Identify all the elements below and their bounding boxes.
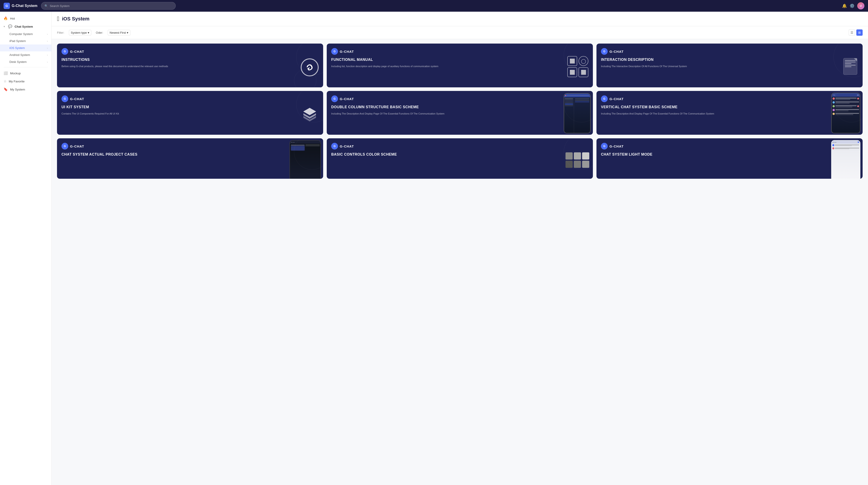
brand-logo: G <box>601 143 608 150</box>
sidebar-sub-label: Desk System <box>9 60 27 64</box>
stack-icon <box>302 106 318 122</box>
doc-line <box>845 65 856 65</box>
chevron-down-icon: ▾ <box>4 25 5 28</box>
card-light-mode[interactable]: G G-CHAT CHAT SYSTEM LIGHT MODE Messages <box>596 138 863 179</box>
card-desc: Including The Description And Display Pa… <box>601 112 742 116</box>
document-icon <box>843 58 857 74</box>
search-input[interactable] <box>50 4 172 8</box>
notification-icon[interactable]: 🔔 <box>842 3 847 8</box>
top-navigation: G G-Chat System 🔍 🔔 ⚙️ U <box>0 0 868 12</box>
chat-system-label: Chat System <box>14 25 33 28</box>
brand-name: G-CHAT <box>340 50 354 54</box>
grid-icons: ⬜ ◯ ⬜ ⬜ <box>567 56 588 77</box>
brand-logo: G <box>61 48 68 55</box>
order-filter[interactable]: Newest First ▾ <box>108 30 130 35</box>
chat-icon: 💬 <box>8 25 12 29</box>
sidebar-sub-label: iPad System <box>9 39 26 43</box>
sidebar-item-desk-system[interactable]: Desk System › <box>0 58 52 65</box>
list-view-button[interactable]: ☰ <box>849 29 855 36</box>
app-logo[interactable]: G G-Chat System <box>4 3 37 9</box>
card-title: CHAT SYSTEM LIGHT MODE <box>601 152 858 157</box>
sidebar-sub-label: iOS System <box>9 46 25 50</box>
card-ui-kit[interactable]: G G-CHAT UI KIT SYSTEM Contains The Ui C… <box>57 91 323 135</box>
brand-name: G-CHAT <box>340 144 354 148</box>
app-name: G-Chat System <box>12 4 37 8</box>
card-desc: Including The Description And Display Pa… <box>331 112 473 116</box>
sidebar-hot-label: Hot <box>10 17 15 20</box>
chevron-down-icon: ▾ <box>88 31 89 34</box>
card-color-scheme[interactable]: G G-CHAT BASIC CONTROLS COLOR SCHEME <box>327 138 593 179</box>
card-title: CHAT SYSTEM ACTUAL PROJECT CASES <box>61 152 319 157</box>
sidebar-item-my-favorite[interactable]: ☆ My Favorite <box>0 77 52 85</box>
mockup-label: Mockup <box>10 72 21 75</box>
favorite-label: My Favorite <box>9 80 25 83</box>
card-functional-manual[interactable]: G G-CHAT FUNCTIONAL MANUAL Including lis… <box>327 43 593 87</box>
doc-line <box>845 63 851 64</box>
apple-icon:  <box>57 15 59 23</box>
card-title: UI KIT SYSTEM <box>61 105 319 110</box>
card-title: FUNCTIONAL MANUAL <box>331 58 588 62</box>
card-desc: Before using G-chat products, please rea… <box>61 64 203 68</box>
grid-icon-2: ◯ <box>579 56 588 66</box>
main-content:  iOS System Filter: System type ▾ Oder:… <box>52 12 868 485</box>
page-title: iOS System <box>62 16 89 22</box>
sidebar-item-android-system[interactable]: Andriod System › <box>0 52 52 58</box>
card-instructions[interactable]: G G-CHAT INSTRUCTIONS Before using G-cha… <box>57 43 323 87</box>
card-title: DOUBLE COLUMN STRUCTURE BASIC SCHEME <box>331 105 588 110</box>
topnav-icons: 🔔 ⚙️ U <box>842 2 864 9</box>
brand-name: G-CHAT <box>340 97 354 101</box>
brand-name: G-CHAT <box>70 97 84 101</box>
doc-line <box>845 66 851 67</box>
card-title: VERTICAL CHAT SYSTEM BASIC SCHEME <box>601 105 858 110</box>
sidebar-item-computer-system[interactable]: Computer System › <box>0 31 52 37</box>
brand-logo: G <box>331 143 338 150</box>
filter-label: Filter: <box>57 31 64 34</box>
grid-icon-4: ⬜ <box>579 67 588 77</box>
brand-name: G-CHAT <box>610 50 624 54</box>
grid-view-button[interactable]: ⊞ <box>856 29 863 36</box>
search-bar[interactable]: 🔍 <box>41 2 176 10</box>
main-layout: 🔥 Hot ▾ 💬 Chat System Computer System › … <box>0 12 868 485</box>
card-vertical-chat[interactable]: G G-CHAT VERTICAL CHAT SYSTEM BASIC SCHE… <box>596 91 863 135</box>
fire-icon: 🔥 <box>4 17 8 21</box>
star-icon: ☆ <box>4 79 6 83</box>
card-title: BASIC CONTROLS COLOR SCHEME <box>331 152 588 157</box>
sidebar-item-ipad-system[interactable]: iPad System › <box>0 37 52 44</box>
brand-logo: G <box>331 48 338 55</box>
order-label: Oder: <box>96 31 103 34</box>
brand-name: G-CHAT <box>70 50 84 54</box>
sidebar-chat-system[interactable]: ▾ 💬 Chat System <box>0 23 52 31</box>
brand-logo: G <box>61 143 68 150</box>
card-desc: Including list, function description and… <box>331 64 473 68</box>
page-header:  iOS System <box>52 12 868 26</box>
grid-icon-1: ⬜ <box>567 56 577 66</box>
view-controls: ☰ ⊞ <box>849 29 863 36</box>
card-desc: Including The Interactive Description Of… <box>601 64 742 68</box>
sidebar-item-my-system[interactable]: 🔖 My System <box>0 85 52 93</box>
chevron-right-icon: › <box>47 33 48 35</box>
sidebar-item-hot[interactable]: 🔥 Hot <box>0 14 52 23</box>
sidebar-item-mockup[interactable]: ⬜ Mockup <box>0 69 52 77</box>
card-actual-cases[interactable]: G G-CHAT CHAT SYSTEM ACTUAL PROJECT CASE… <box>57 138 323 179</box>
search-icon: 🔍 <box>44 4 48 8</box>
brand-name: G-CHAT <box>610 144 624 148</box>
card-double-column[interactable]: G G-CHAT DOUBLE COLUMN STRUCTURE BASIC S… <box>327 91 593 135</box>
svg-marker-0 <box>303 108 316 115</box>
logo-icon: G <box>4 3 10 9</box>
system-type-filter[interactable]: System type ▾ <box>69 30 92 35</box>
doc-line <box>845 60 856 61</box>
doc-line <box>845 62 856 62</box>
sidebar-sub-label: Andriod System <box>9 53 30 57</box>
sidebar-item-ios-system[interactable]: iOS System › <box>0 44 52 52</box>
card-desc: Contains The Ui Components Required For … <box>61 112 203 116</box>
card-title: INTERACTION DESCRIPTION <box>601 58 858 62</box>
chevron-right-icon: › <box>47 47 48 50</box>
settings-icon[interactable]: ⚙️ <box>849 3 855 8</box>
sidebar: 🔥 Hot ▾ 💬 Chat System Computer System › … <box>0 12 52 485</box>
cards-grid: G G-CHAT INSTRUCTIONS Before using G-cha… <box>52 39 868 183</box>
chevron-right-icon: › <box>47 61 48 63</box>
card-interaction-description[interactable]: G G-CHAT INTERACTION DESCRIPTION Includi… <box>596 43 863 87</box>
card-title: INSTRUCTIONS <box>61 58 319 62</box>
brand-logo: G <box>601 48 608 55</box>
avatar[interactable]: U <box>857 2 864 9</box>
